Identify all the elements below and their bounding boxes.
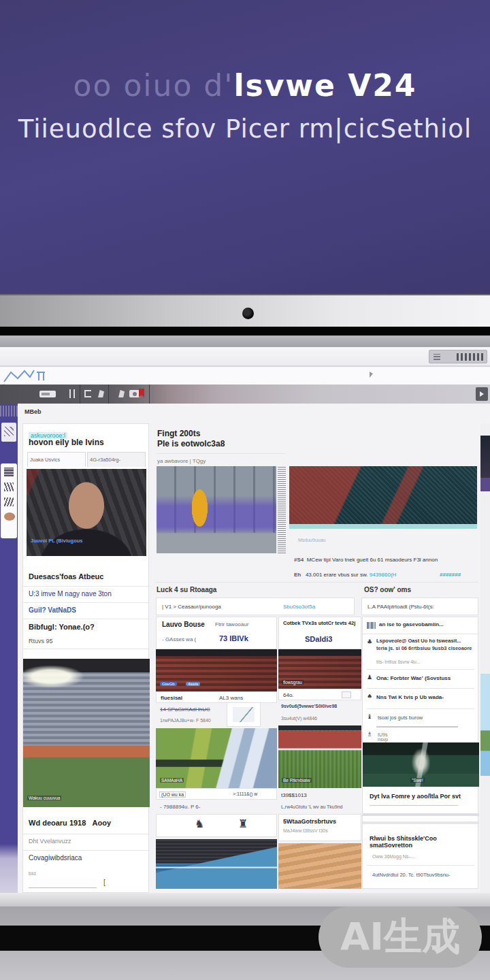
pipe-icon <box>74 389 75 398</box>
icon-row: ♞ ♜ <box>156 814 277 837</box>
watermark-text: AI生成 <box>340 911 460 963</box>
pipe-icon <box>69 389 71 398</box>
footer-tiny: bld <box>29 870 36 877</box>
tab-1[interactable]: Juaka Usvlcs <box>27 452 86 467</box>
match-header-card[interactable]: Lauvo Bouse Ftrir tawooaur - GAsses wa (… <box>156 617 277 649</box>
logo-stamp <box>0 406 18 416</box>
vertical-caption-strip <box>278 466 286 553</box>
pen-thumbnail <box>233 707 255 722</box>
note-line-2: 1rwPAJAJ8u+w- F 5840 <box>160 718 211 723</box>
hero-subtitle: Tiieuodlce sfov Picer rm|cicSethiol <box>0 114 490 144</box>
story-title-line1[interactable]: Fingt 200ts <box>157 429 200 438</box>
note-line-2: 3su4ut(V) w4846 <box>281 716 317 721</box>
story-photo-teal-stadium[interactable] <box>289 466 477 529</box>
sidebar-tool-icon[interactable] <box>4 483 14 491</box>
forward-button[interactable] <box>476 387 488 401</box>
page-content: MBeb askuvorooe:l hovon eily ble lvins J… <box>0 404 490 893</box>
breadcrumb[interactable]: | V1 > Ceasaur/punooga <box>162 604 221 610</box>
note-line-3: L,rw4uGtotu 'L wv au Tku9nd <box>281 804 342 809</box>
match-column-2: Cotbek TVx3s utotCr tevts 42j SDaldi3 fl… <box>278 617 361 889</box>
address-widget[interactable] <box>429 350 487 363</box>
sidebar-chart-icon[interactable] <box>4 497 14 506</box>
crest-icon: ♟ <box>367 674 372 681</box>
photo-tag: GtwGb <box>160 682 177 686</box>
crest-icon: ♝ <box>367 714 372 720</box>
tab-2[interactable]: 4G-r3a504rg- <box>87 452 146 467</box>
thumb-box[interactable] <box>227 702 261 727</box>
note-line-1: 14 SPaGirKAdHhUC <box>160 706 210 713</box>
more-link[interactable]: ####### <box>440 572 461 578</box>
article-photo-stadium[interactable]: Wakuu cuuuvua <box>23 659 150 807</box>
inline-link[interactable]: 9439860(H <box>370 572 397 578</box>
person-icon[interactable] <box>118 390 125 397</box>
hero-title-faded: oo oiuo d' <box>74 68 234 103</box>
match-photo-3[interactable] <box>278 843 361 889</box>
crest-icon[interactable]: ♜ <box>238 819 248 830</box>
cropped-image <box>480 436 490 478</box>
slideshow-icon[interactable] <box>39 391 56 397</box>
caption-row: 64o. <box>278 689 361 700</box>
pen-icon[interactable] <box>98 390 104 397</box>
footer-link[interactable]: Covagiwibdsriaca <box>29 854 82 862</box>
menu-label[interactable]: MBeb <box>24 408 42 415</box>
cropped-column <box>480 423 490 893</box>
breadcrumb-link[interactable]: Sbu0so3ot5a <box>283 604 315 610</box>
story-photo-hall[interactable] <box>157 466 276 553</box>
webcam-icon <box>242 308 254 319</box>
crest-icon[interactable]: ♞ <box>195 819 204 830</box>
left-sidebar <box>0 404 18 893</box>
match-photo-2[interactable]: SAMAaHA <box>156 728 277 788</box>
match-photo-2[interactable]: Be Rtkrxbiaiw <box>278 725 361 788</box>
crest-icon: ♠ <box>367 693 372 700</box>
footer-meta: Dht Vvelanvuzz <box>29 838 71 845</box>
match-photo-3[interactable] <box>156 839 277 889</box>
match-photo-1[interactable]: GtwGb 4swts <box>156 649 277 691</box>
monitor-bezel-bottom <box>0 327 490 336</box>
headline-row-2[interactable]: Eh 43.001 erare vbus sur sw. 9439860(H <box>294 572 396 578</box>
match-photo-1[interactable]: flowsgrau <box>278 649 361 689</box>
article-card-left: askuvorooe:l hovon eily ble lvins Juaka … <box>22 423 149 893</box>
camera-icon[interactable] <box>129 390 140 397</box>
caption-row: (UO wu ka >:1111&() w <box>156 788 277 800</box>
sidebar-icon-panel <box>1 463 17 538</box>
cropped-image <box>480 478 490 491</box>
news-bold-title[interactable]: Rlwui bs Shitsskle'Coo smatSovretton <box>370 835 477 849</box>
article-heading[interactable]: hovon eily ble lvins <box>29 438 104 447</box>
headline-row-1[interactable]: #S4 MCew tipl Varo tnek gueit 6u 61 msao… <box>294 557 476 563</box>
sidebar-home-tile[interactable] <box>1 423 16 442</box>
sidebar-photo-icon[interactable] <box>4 468 14 476</box>
window-titlebar <box>0 336 490 347</box>
cursor-icon <box>370 372 373 378</box>
match-column-1: Lauvo Bouse Ftrir tawooaur - GAsses wa (… <box>156 617 277 889</box>
section-link[interactable]: Guil? VatNaDS <box>29 606 76 614</box>
input-bracket-mark: [ <box>103 879 105 886</box>
mini-box <box>342 691 351 698</box>
article-subhead[interactable]: Duesacs'foas Atbeuc <box>29 572 103 581</box>
news-bold-title[interactable]: Dyt lva Fomre y aoo/ltla Por svt <box>370 793 475 800</box>
promo-card[interactable]: 5WtaaGotrsbrtuvs MaJ4ww t3ttssV t30s <box>278 814 361 841</box>
photo-credit: Msduu9uuau <box>298 538 325 542</box>
news-item[interactable]: 4utNvdrdtui 20. Tc. t90Tbuv9bsnu- <box>372 872 451 878</box>
news-photo[interactable]: "Swe! <box>363 742 479 787</box>
filter-box[interactable]: L,A PAAtptrtoadt (Pstu-6t(s: <box>361 598 478 615</box>
cropped-image <box>480 674 490 776</box>
match-header-card[interactable]: Cotbek TVx3s utotCr tevts 42j SDaldi3 <box>278 617 361 649</box>
photo-caption: Wakuu cuuuvua <box>27 796 61 800</box>
footer-title-right: Aooy <box>93 819 112 827</box>
top-center-card: Fingt 200ts Ple is eotwolc3a8 ya awbavor… <box>156 423 287 590</box>
hero-title-main: lsvwe V24 <box>233 68 416 103</box>
photo-tag: 4swts <box>186 682 200 686</box>
news-meta: Oww 36Mogg Ns-.... <box>372 854 415 859</box>
section-header-left: Luck 4 su Rtoaaga <box>157 586 216 593</box>
story-title-line2[interactable]: Ple is eotwolc3a8 <box>157 439 225 448</box>
crest-icon: ♗ <box>367 732 372 738</box>
list-item-title[interactable]: Bibfugl: Yonae.(o? <box>29 623 95 631</box>
sidebar-avatar-icon[interactable] <box>4 512 15 521</box>
article-photo-portrait[interactable]: Juuvoi PL (Biviugous <box>27 469 146 556</box>
match-score: 73 IBIVk <box>219 634 248 642</box>
bracket-icon[interactable] <box>84 390 91 397</box>
news-item[interactable]: tits- Inttius 6svrw 4iu... <box>376 659 420 664</box>
match-score: SDaldi3 <box>305 635 332 643</box>
search-input[interactable] <box>29 879 97 888</box>
article-link[interactable]: U:3 imve M nagy nave 3ton <box>29 590 112 598</box>
